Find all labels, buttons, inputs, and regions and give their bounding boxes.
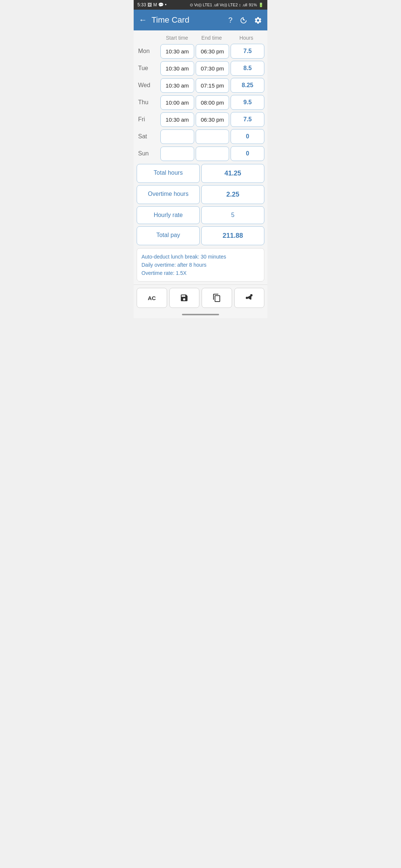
battery-icon: 🔋 [258,3,264,7]
status-time: 5:33 [137,2,146,7]
hours-sun: 0 [231,146,264,161]
total-pay-value: 211.88 [201,226,264,245]
help-button[interactable]: ? [228,16,232,24]
total-pay-row: Total pay 211.88 [137,226,264,245]
settings-button[interactable] [254,16,262,24]
share-icon [245,293,254,302]
status-left: 5:33 🖼 M 💬 • [137,2,167,7]
total-hours-value: 41.25 [201,164,264,183]
info-line-2: Daily overtime: after 8 hours [141,262,260,268]
summary-section: Total hours 41.25 Overtime hours 2.25 Ho… [137,164,264,245]
start-time-sun[interactable] [160,147,194,161]
history-button[interactable] [239,16,247,24]
overtime-hours-value: 2.25 [201,185,264,204]
app-bar-icons: ? [228,16,262,24]
save-icon [180,293,189,302]
app-title: Time Card [151,15,224,25]
total-hours-row: Total hours 41.25 [137,164,264,183]
back-button[interactable]: ← [139,15,147,25]
hours-tue: 8.5 [231,61,264,76]
end-time-fri[interactable] [196,112,229,127]
col-end-time: End time [194,35,229,41]
copy-icon [212,293,221,302]
main-content: Start time End time Hours Mon 7.5 Tue 8.… [134,30,267,285]
day-label-mon: Mon [137,48,159,55]
info-box: Auto-deduct lunch break: 30 minutes Dail… [137,248,264,282]
hours-thu: 9.5 [231,95,264,110]
info-line-3: Overtime rate: 1.5X [141,270,260,276]
share-button[interactable] [234,288,265,308]
hourly-rate-label[interactable]: Hourly rate [137,206,200,224]
hourly-rate-value[interactable]: 5 [201,206,264,224]
hours-sat: 0 [231,129,264,144]
day-label-sun: Sun [137,150,159,157]
day-row: Mon 7.5 [137,44,264,59]
day-label-wed: Wed [137,82,159,89]
start-time-fri[interactable] [160,112,194,127]
day-row: Tue 8.5 [137,61,264,76]
day-row: Sat 0 [137,129,264,144]
save-button[interactable] [169,288,200,308]
start-time-sat[interactable] [160,129,194,144]
col-day [137,35,160,41]
end-time-sat[interactable] [196,129,229,144]
status-icons: 🖼 M 💬 • [147,2,166,7]
total-pay-label[interactable]: Total pay [137,226,200,245]
day-label-sat: Sat [137,133,159,140]
overtime-hours-label[interactable]: Overtime hours [137,185,200,204]
day-row: Fri 7.5 [137,112,264,127]
start-time-wed[interactable] [160,78,194,93]
hours-wed: 8.25 [231,78,264,93]
info-line-1: Auto-deduct lunch break: 30 minutes [141,254,260,260]
end-time-wed[interactable] [196,78,229,93]
total-hours-label[interactable]: Total hours [137,164,200,183]
end-time-thu[interactable] [196,95,229,110]
ac-button[interactable]: AC [137,288,167,308]
column-headers: Start time End time Hours [137,33,264,42]
app-bar: ← Time Card ? [134,10,267,30]
start-time-tue[interactable] [160,61,194,76]
col-hours: Hours [229,35,264,41]
col-start-time: Start time [160,35,194,41]
end-time-mon[interactable] [196,44,229,59]
hourly-rate-row: Hourly rate 5 [137,206,264,224]
copy-button[interactable] [202,288,232,308]
ac-label: AC [148,295,156,301]
status-bar: 5:33 🖼 M 💬 • ⊙ Vo)) LTE1 .ull Vo)) LTE2 … [134,0,267,10]
bottom-toolbar: AC [134,285,267,311]
home-bar [182,314,219,315]
start-time-thu[interactable] [160,95,194,110]
status-right: ⊙ Vo)) LTE1 .ull Vo)) LTE2 ↕ .ull 91% 🔋 [190,3,264,7]
start-time-mon[interactable] [160,44,194,59]
signal-icons: ⊙ Vo)) LTE1 .ull Vo)) LTE2 ↕ .ull [190,3,247,7]
end-time-tue[interactable] [196,61,229,76]
hours-fri: 7.5 [231,112,264,127]
day-row: Sun 0 [137,146,264,161]
overtime-hours-row: Overtime hours 2.25 [137,185,264,204]
end-time-sun[interactable] [196,147,229,161]
day-label-thu: Thu [137,99,159,106]
day-row: Wed 8.25 [137,78,264,93]
hours-mon: 7.5 [231,44,264,59]
day-label-tue: Tue [137,65,159,72]
day-label-fri: Fri [137,116,159,123]
day-row: Thu 9.5 [137,95,264,110]
home-indicator [134,311,267,318]
day-rows-container: Mon 7.5 Tue 8.5 Wed 8.25 Thu 9.5 Fri 7.5… [137,44,264,161]
battery-level: 91% [249,3,257,7]
